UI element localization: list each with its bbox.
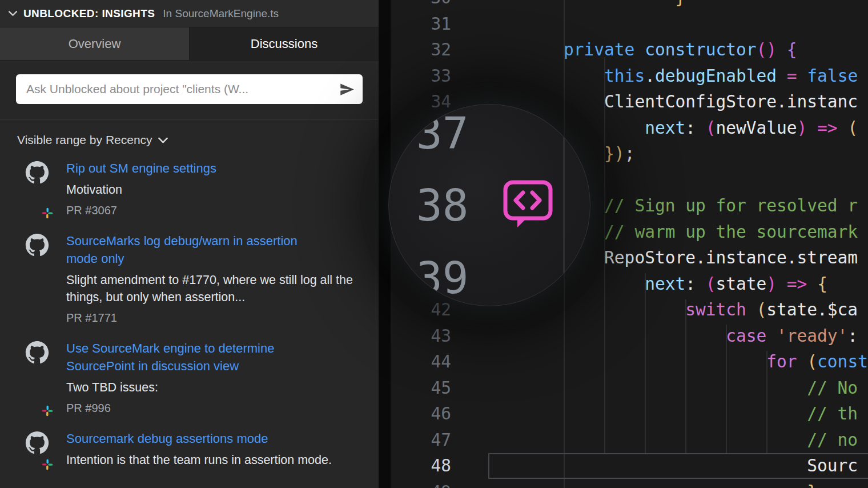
app-window: UNBLOCKED: INSIGHTS In SourceMarkEngine.… bbox=[0, 0, 868, 488]
discussion-item[interactable]: Rip out SM engine settingsMotivationPR #… bbox=[25, 159, 379, 217]
discussion-snippet: Intention is that the team runs in asser… bbox=[66, 451, 355, 469]
line-number: 43 bbox=[391, 323, 451, 350]
panel-header: UNBLOCKED: INSIGHTS In SourceMarkEngine.… bbox=[0, 0, 379, 27]
discussion-body: Rip out SM engine settingsMotivationPR #… bbox=[66, 159, 379, 217]
line-number: 45 bbox=[391, 375, 451, 402]
code-line[interactable]: switch (state.$ca bbox=[523, 297, 868, 323]
code-discussion-icon[interactable] bbox=[501, 179, 554, 231]
discussion-source-icons bbox=[25, 430, 50, 469]
code-line[interactable] bbox=[523, 11, 868, 38]
ask-input[interactable] bbox=[25, 82, 333, 97]
code-line[interactable]: } bbox=[523, 479, 868, 488]
code-line[interactable]: } bbox=[523, 0, 868, 11]
line-number: 32 bbox=[391, 37, 451, 63]
send-button[interactable] bbox=[339, 82, 355, 97]
discussion-title-link[interactable]: Sourcemark debug assertions mode bbox=[66, 430, 312, 447]
discussion-source-icons bbox=[25, 339, 50, 415]
line-number: 49 bbox=[391, 479, 451, 488]
magnifier-lens: 373839 bbox=[388, 104, 590, 306]
discussion-snippet: Slight amendment to #1770, where we stil… bbox=[66, 271, 355, 306]
discussion-body: Sourcemark debug assertions modeIntentio… bbox=[66, 430, 379, 469]
line-number: 30 bbox=[391, 0, 451, 11]
slack-icon bbox=[42, 459, 53, 470]
panel-title: UNBLOCKED: INSIGHTS bbox=[23, 7, 155, 20]
filter-label: Visible range by Recency bbox=[17, 133, 152, 147]
line-number: 33 bbox=[391, 63, 451, 90]
line-number: 31 bbox=[391, 11, 451, 38]
magnified-line-number: 38 bbox=[416, 170, 469, 242]
code-line[interactable]: // No bbox=[523, 375, 868, 402]
discussion-body: SourceMarks log debug/warn in assertion … bbox=[66, 232, 379, 325]
code-line[interactable]: this.debugEnabled = false bbox=[523, 63, 868, 90]
discussion-pr-number: PR #3067 bbox=[66, 204, 364, 217]
line-number: 44 bbox=[391, 349, 451, 375]
github-icon bbox=[25, 161, 49, 185]
ask-input-box bbox=[16, 74, 363, 104]
line-number: 34 bbox=[391, 89, 451, 115]
discussion-source-icons bbox=[25, 159, 50, 217]
discussion-title-link[interactable]: Rip out SM engine settings bbox=[66, 159, 312, 177]
discussion-snippet: Motivation bbox=[66, 181, 355, 198]
discussion-title-link[interactable]: Use SourceMark engine to determine Sourc… bbox=[66, 339, 312, 375]
code-line[interactable]: // th bbox=[523, 401, 868, 427]
discussion-source-icons bbox=[25, 232, 50, 325]
chevron-down-icon bbox=[158, 135, 168, 146]
line-number: 48 bbox=[391, 453, 451, 479]
code-line[interactable]: ClientConfigStore.instanc bbox=[523, 89, 868, 115]
discussions-list: Rip out SM engine settingsMotivationPR #… bbox=[0, 153, 379, 469]
github-icon bbox=[25, 431, 49, 455]
magnified-line-numbers: 373839 bbox=[416, 104, 469, 306]
github-icon bbox=[25, 341, 49, 365]
code-line[interactable]: case 'ready': bbox=[523, 323, 868, 350]
discussion-snippet: Two TBD issues: bbox=[66, 379, 355, 396]
code-line[interactable]: next: (state) => { bbox=[523, 271, 868, 298]
tab-discussions[interactable]: Discussions bbox=[190, 27, 379, 60]
line-number: 47 bbox=[391, 427, 451, 454]
code-line[interactable]: for (const bbox=[523, 349, 868, 375]
discussion-pr-number: PR #996 bbox=[66, 402, 364, 415]
discussion-pr-number: PR #1771 bbox=[66, 311, 364, 325]
discussion-item[interactable]: SourceMarks log debug/warn in assertion … bbox=[25, 232, 379, 325]
code-line[interactable]: private constructor() { bbox=[523, 37, 868, 63]
code-line[interactable]: Sourc bbox=[523, 453, 868, 479]
ask-section bbox=[0, 61, 379, 119]
tab-overview[interactable]: Overview bbox=[0, 27, 190, 60]
line-number: 42 bbox=[391, 297, 451, 323]
discussion-item[interactable]: Use SourceMark engine to determine Sourc… bbox=[25, 339, 379, 415]
insights-panel: UNBLOCKED: INSIGHTS In SourceMarkEngine.… bbox=[0, 0, 379, 488]
send-icon bbox=[339, 82, 355, 97]
panel-tabs: Overview Discussions bbox=[0, 27, 379, 61]
discussion-title-link[interactable]: SourceMarks log debug/warn in assertion … bbox=[66, 232, 312, 267]
panel-collapse-chevron-icon[interactable] bbox=[8, 9, 18, 18]
slack-icon bbox=[42, 207, 53, 219]
code-line[interactable]: next: (newValue) => ( bbox=[523, 115, 868, 142]
slack-icon bbox=[42, 405, 53, 417]
line-number: 46 bbox=[391, 401, 451, 427]
discussion-body: Use SourceMark engine to determine Sourc… bbox=[66, 339, 379, 415]
filter-dropdown[interactable]: Visible range by Recency bbox=[0, 119, 379, 153]
discussion-item[interactable]: Sourcemark debug assertions modeIntentio… bbox=[25, 430, 379, 469]
code-line[interactable]: // no bbox=[523, 427, 868, 454]
github-icon bbox=[25, 233, 49, 257]
panel-context-file: In SourceMarkEngine.ts bbox=[163, 7, 279, 20]
